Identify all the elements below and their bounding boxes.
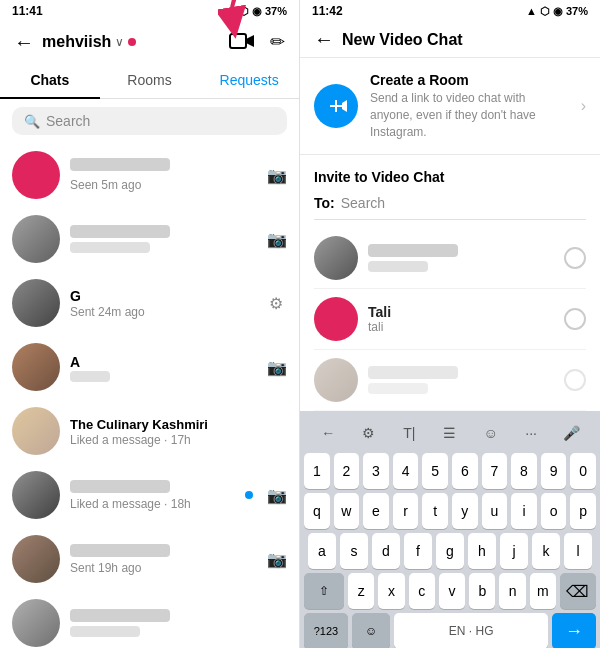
camera-icon[interactable]: 📷 (267, 230, 287, 249)
chat-item[interactable]: Sent 19h ago 📷 (0, 527, 299, 591)
right-page-title: New Video Chat (342, 31, 586, 49)
contact-item[interactable] (314, 350, 586, 411)
camera-icon[interactable]: 📷 (267, 486, 287, 505)
back-button[interactable]: ← (14, 31, 34, 54)
chat-item[interactable]: 📷 (0, 207, 299, 271)
key-u[interactable]: u (482, 493, 508, 529)
contact-username: tali (368, 320, 554, 334)
key-m[interactable]: m (530, 573, 556, 609)
kb-toolbar-settings[interactable]: ⚙ (354, 418, 384, 448)
key-1[interactable]: 1 (304, 453, 330, 489)
key-2[interactable]: 2 (334, 453, 360, 489)
key-k[interactable]: k (532, 533, 560, 569)
online-indicator (128, 38, 136, 46)
key-h[interactable]: h (468, 533, 496, 569)
key-o[interactable]: o (541, 493, 567, 529)
kb-toolbar-cursor[interactable]: T| (394, 418, 424, 448)
avatar (12, 343, 60, 391)
kb-toolbar-more[interactable]: ··· (516, 418, 546, 448)
key-5[interactable]: 5 (422, 453, 448, 489)
chat-item[interactable]: Liked a message · 18h 📷 (0, 463, 299, 527)
key-i[interactable]: i (511, 493, 537, 529)
kb-toolbar-clipboard[interactable]: ☰ (435, 418, 465, 448)
key-y[interactable]: y (452, 493, 478, 529)
kb-toolbar-mic[interactable]: 🎤 (557, 418, 587, 448)
to-search-input[interactable]: Search (341, 195, 586, 211)
keyboard-toolbar: ← ⚙ T| ☰ ☺ ··· 🎤 (304, 415, 596, 451)
key-space[interactable]: EN · HG (394, 613, 548, 648)
compose-button[interactable]: ✏ (270, 31, 285, 53)
search-bar[interactable]: 🔍 Search (12, 107, 287, 135)
avatar (12, 279, 60, 327)
key-n[interactable]: n (499, 573, 525, 609)
key-e[interactable]: e (363, 493, 389, 529)
tab-rooms[interactable]: Rooms (100, 62, 200, 98)
chat-subtext: Sent 19h ago (70, 561, 257, 575)
chat-item[interactable]: Seen 5m ago 📷 (0, 143, 299, 207)
chevron-down-icon[interactable]: ∨ (115, 35, 124, 49)
header-icons: ✏ (228, 28, 285, 56)
key-r[interactable]: r (393, 493, 419, 529)
contact-item[interactable] (314, 228, 586, 289)
chat-name-bar (70, 480, 170, 493)
camera-icon[interactable]: 📷 (267, 550, 287, 569)
key-emoji-bottom[interactable]: ☺ (352, 613, 390, 648)
key-8[interactable]: 8 (511, 453, 537, 489)
key-shift[interactable]: ⇧ (304, 573, 344, 609)
username-label: mehviish (42, 33, 111, 51)
key-6[interactable]: 6 (452, 453, 478, 489)
key-q[interactable]: q (304, 493, 330, 529)
select-radio[interactable] (564, 308, 586, 330)
contact-item[interactable]: Tali tali (314, 289, 586, 350)
chat-item[interactable]: The Culinary Kashmiri Liked a message · … (0, 399, 299, 463)
key-z[interactable]: z (348, 573, 374, 609)
key-9[interactable]: 9 (541, 453, 567, 489)
chat-list: Seen 5m ago 📷 📷 G Sent 24m ago ⚙ (0, 143, 299, 648)
kb-toolbar-emoji[interactable]: ☺ (476, 418, 506, 448)
kb-toolbar-back[interactable]: ← (313, 418, 343, 448)
key-b[interactable]: b (469, 573, 495, 609)
key-g[interactable]: g (436, 533, 464, 569)
key-v[interactable]: v (439, 573, 465, 609)
select-radio[interactable] (564, 369, 586, 391)
chat-info: A (70, 353, 257, 382)
key-j[interactable]: j (500, 533, 528, 569)
tabs-row: Chats Rooms Requests (0, 62, 299, 99)
select-radio[interactable] (564, 247, 586, 269)
right-back-button[interactable]: ← (314, 28, 334, 51)
video-chat-button[interactable] (228, 28, 256, 56)
key-l[interactable]: l (564, 533, 592, 569)
key-t[interactable]: t (422, 493, 448, 529)
key-4[interactable]: 4 (393, 453, 419, 489)
key-s[interactable]: s (340, 533, 368, 569)
invite-title: Invite to Video Chat (314, 169, 586, 185)
chat-info: Sent 19h ago (70, 544, 257, 575)
username-area: mehviish ∨ (42, 33, 220, 51)
camera-icon[interactable]: 📷 (267, 358, 287, 377)
chat-item[interactable]: A 📷 (0, 335, 299, 399)
tab-chats[interactable]: Chats (0, 62, 100, 98)
chat-item[interactable]: G Sent 24m ago ⚙ 📷 (0, 271, 299, 335)
chat-item[interactable] (0, 591, 299, 648)
create-room-row[interactable]: Create a Room Send a link to video chat … (300, 58, 600, 155)
key-w[interactable]: w (334, 493, 360, 529)
chat-sub-bar (70, 242, 150, 253)
key-d[interactable]: d (372, 533, 400, 569)
key-submit[interactable]: → (552, 613, 596, 648)
settings-icon[interactable]: ⚙ (269, 294, 283, 313)
key-p[interactable]: p (570, 493, 596, 529)
tab-requests[interactable]: Requests (199, 62, 299, 98)
key-a[interactable]: a (308, 533, 336, 569)
camera-icon[interactable]: 📷 (267, 166, 287, 185)
key-x[interactable]: x (378, 573, 404, 609)
right-panel: 11:42 ▲ ⬡ ◉ 37% ← New Video Chat Create … (300, 0, 600, 648)
contact-avatar (314, 297, 358, 341)
key-123[interactable]: ?123 (304, 613, 348, 648)
key-c[interactable]: c (409, 573, 435, 609)
key-3[interactable]: 3 (363, 453, 389, 489)
key-backspace[interactable]: ⌫ (560, 573, 596, 609)
key-7[interactable]: 7 (482, 453, 508, 489)
right-status-icons: ▲ ⬡ ◉ 37% (526, 5, 588, 18)
key-0[interactable]: 0 (570, 453, 596, 489)
key-f[interactable]: f (404, 533, 432, 569)
